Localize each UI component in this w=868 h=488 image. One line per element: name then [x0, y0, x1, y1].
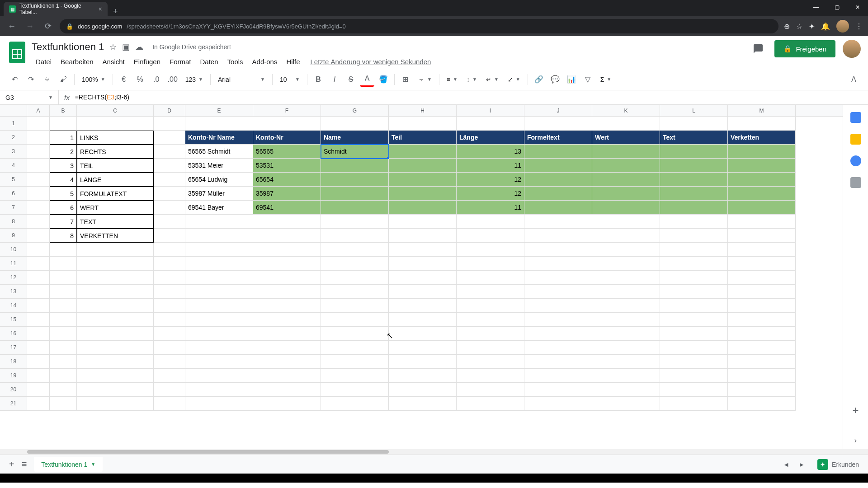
redo-button[interactable]: ↷ [24, 72, 38, 87]
cell[interactable] [524, 173, 592, 187]
cell[interactable] [185, 355, 253, 369]
cell[interactable] [524, 145, 592, 159]
select-all-corner[interactable] [0, 105, 27, 116]
cell[interactable] [457, 117, 524, 131]
cell[interactable]: Konto-Nr Name [185, 131, 253, 145]
sheets-logo[interactable] [7, 40, 27, 65]
profile-avatar[interactable] [836, 20, 849, 33]
close-tab-icon[interactable]: × [99, 5, 102, 13]
link-button[interactable]: 🔗 [532, 72, 546, 87]
cell[interactable] [321, 397, 389, 411]
cell[interactable] [660, 159, 728, 173]
cell[interactable] [77, 369, 154, 383]
valign-button[interactable]: ↕▼ [463, 76, 481, 83]
col-header-m[interactable]: M [728, 105, 796, 116]
halign-button[interactable]: ≡▼ [443, 76, 461, 83]
cell[interactable]: 53531 Meier [185, 159, 253, 173]
star-icon[interactable]: ☆ [109, 42, 117, 52]
cell[interactable]: 11 [457, 201, 524, 215]
cell[interactable] [389, 187, 457, 201]
name-box[interactable]: G3 ▼ [0, 90, 59, 104]
cell[interactable] [389, 397, 457, 411]
cell[interactable] [27, 187, 50, 201]
cell[interactable] [389, 327, 457, 341]
currency-button[interactable]: € [117, 72, 131, 87]
cell[interactable] [77, 271, 154, 285]
close-window-button[interactable]: ✕ [847, 0, 868, 14]
cell[interactable] [389, 201, 457, 215]
decrease-decimal-button[interactable]: .0 [149, 72, 164, 87]
row-header[interactable]: 11 [0, 257, 27, 271]
cell[interactable] [457, 397, 524, 411]
cell[interactable] [185, 369, 253, 383]
cell[interactable] [27, 215, 50, 229]
cell[interactable] [524, 299, 592, 313]
cell[interactable] [77, 383, 154, 397]
cell[interactable] [321, 355, 389, 369]
cell[interactable]: 53531 [253, 159, 321, 173]
cell[interactable] [389, 285, 457, 299]
cell[interactable] [321, 215, 389, 229]
cell[interactable] [592, 271, 660, 285]
collapse-panel-button[interactable]: › [854, 436, 857, 445]
cell[interactable] [592, 117, 660, 131]
cell[interactable] [50, 397, 77, 411]
row-header[interactable]: 5 [0, 173, 27, 187]
all-sheets-button[interactable]: ≡ [22, 459, 27, 469]
cell[interactable] [253, 285, 321, 299]
cell[interactable] [154, 201, 185, 215]
cell[interactable] [253, 341, 321, 355]
cell[interactable] [660, 117, 728, 131]
cell[interactable] [592, 243, 660, 257]
col-header-k[interactable]: K [592, 105, 660, 116]
cell[interactable] [27, 285, 50, 299]
cell[interactable] [728, 243, 796, 257]
cell[interactable] [27, 201, 50, 215]
cell[interactable] [154, 271, 185, 285]
row-header[interactable]: 7 [0, 201, 27, 215]
menu-daten[interactable]: Daten [196, 56, 222, 67]
cell[interactable] [524, 341, 592, 355]
cell[interactable] [524, 215, 592, 229]
cell[interactable] [321, 299, 389, 313]
row-header[interactable]: 18 [0, 355, 27, 369]
nav-next[interactable]: ► [798, 461, 805, 468]
cell[interactable] [321, 341, 389, 355]
cell[interactable] [27, 397, 50, 411]
cell[interactable] [321, 117, 389, 131]
cell[interactable] [728, 159, 796, 173]
cell[interactable] [27, 131, 50, 145]
row-header[interactable]: 3 [0, 145, 27, 159]
add-sheet-button[interactable]: + [9, 459, 14, 469]
cell[interactable] [457, 215, 524, 229]
cell[interactable] [154, 131, 185, 145]
menu-hilfe[interactable]: Hilfe [282, 56, 304, 67]
cell[interactable] [50, 369, 77, 383]
cell[interactable] [728, 285, 796, 299]
cell[interactable] [77, 327, 154, 341]
cell[interactable] [524, 187, 592, 201]
cell[interactable] [154, 299, 185, 313]
explore-button[interactable]: ◄ ► ✦ Erkunden [783, 459, 859, 470]
cell[interactable] [185, 243, 253, 257]
col-header-g[interactable]: G [321, 105, 389, 116]
nav-prev[interactable]: ◄ [783, 461, 789, 468]
row-header[interactable]: 20 [0, 383, 27, 397]
cell[interactable] [77, 299, 154, 313]
new-tab-button[interactable]: + [108, 7, 123, 16]
cell[interactable] [592, 257, 660, 271]
cell[interactable] [660, 243, 728, 257]
rotate-button[interactable]: ⤢▼ [504, 76, 524, 83]
cell[interactable] [592, 145, 660, 159]
cell[interactable] [154, 243, 185, 257]
scrollbar-thumb[interactable] [27, 450, 389, 454]
cell[interactable] [27, 313, 50, 327]
cell[interactable]: 13 [457, 145, 524, 159]
cell[interactable] [154, 159, 185, 173]
cell[interactable] [728, 327, 796, 341]
cell[interactable] [457, 341, 524, 355]
cell[interactable] [728, 299, 796, 313]
cell[interactable] [253, 327, 321, 341]
cell[interactable] [592, 285, 660, 299]
cell[interactable] [389, 271, 457, 285]
